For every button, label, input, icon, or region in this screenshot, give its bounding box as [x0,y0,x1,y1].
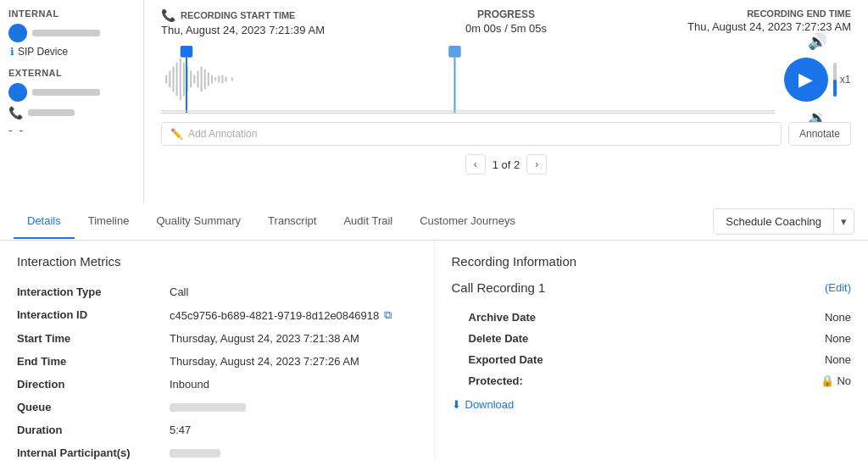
external-avatar-1: 👤 [8,83,27,102]
table-row: Duration 5:47 [17,418,417,441]
metric-key-duration: Duration [17,424,170,436]
svg-rect-1 [169,70,170,87]
external-label: EXTERNAL [8,68,135,78]
external-section: EXTERNAL 👤 📞 - - [8,68,135,137]
table-row: Direction Inbound [17,373,417,396]
metric-val-start: Thursday, August 24, 2023 7:21:38 AM [170,332,359,345]
metric-val-duration: 5:47 [170,424,191,436]
schedule-coaching-dropdown[interactable]: ▾ [833,209,854,234]
rec-title: Call Recording 1 [452,280,546,295]
svg-rect-15 [218,75,220,82]
rec-end-label: RECORDING END TIME [747,8,851,19]
table-row: Queue [17,396,417,418]
player-controls: 🔊 ▶ x1 🔉 [783,32,851,127]
phone-icon: 📞 [161,8,175,22]
info-icon: ℹ [10,46,14,58]
svg-rect-21 [448,46,460,58]
svg-rect-8 [193,75,195,83]
tab-details[interactable]: Details [14,204,75,239]
external-name-bar-2 [28,109,75,116]
tab-audit-trail[interactable]: Audit Trail [330,204,406,239]
metric-val-end: Thursday, August 24, 2023 7:27:26 AM [170,355,359,368]
table-row: End Time Thursday, August 24, 2023 7:27:… [17,350,417,373]
rec-archive-row: Archive Date None [452,307,852,328]
external-participant-1: 👤 [8,83,135,102]
tab-timeline[interactable]: Timeline [75,204,143,239]
phone-ext-icon: 📞 [8,106,23,119]
metric-key-direction: Direction [17,378,170,391]
annotation-input[interactable]: ✏️ Add Annotation [161,122,782,146]
prev-page-button[interactable]: ‹ [465,154,486,175]
queue-bar [170,403,246,412]
main-player: 📞 RECORDING START TIME Thu, August 24, 2… [144,0,868,203]
internal-participant: 👤 [8,24,135,42]
metric-val-direction: Inbound [170,378,209,391]
internal-label: INTERNAL [8,8,135,19]
progress-label: PROGRESS [477,8,535,20]
svg-rect-3 [176,62,178,96]
metric-key-start: Start Time [17,332,170,345]
svg-rect-12 [208,72,209,86]
speed-slider[interactable] [833,63,837,97]
rec-start-time: Thu, August 24, 2023 7:21:39 AM [161,24,325,36]
tabs-bar: Details Timeline Quality Summary Transcr… [0,203,868,241]
svg-rect-14 [214,77,216,80]
rec-archive-key: Archive Date [452,311,536,324]
speed-label: x1 [840,74,851,86]
svg-rect-19 [181,46,192,58]
left-panel: INTERNAL 👤 ℹ SIP Device EXTERNAL 👤 📞 [0,0,144,203]
rec-archive-val: None [825,311,851,324]
rec-info-header: Call Recording 1 (Edit) [452,280,852,295]
svg-rect-9 [197,70,198,87]
svg-rect-7 [190,70,192,87]
copy-icon[interactable]: ⧉ [384,308,392,322]
rec-delete-key: Delete Date [452,332,529,345]
svg-rect-17 [225,76,227,81]
metrics-table: Interaction Type Call Interaction ID c45… [17,280,417,460]
tab-quality-summary[interactable]: Quality Summary [142,204,254,239]
schedule-coaching-button[interactable]: Schedule Coaching [714,209,833,234]
volume-up-icon[interactable]: 🔊 [808,32,826,51]
rec-delete-val: None [825,332,851,345]
annotate-button[interactable]: Annotate [788,122,851,146]
next-page-button[interactable]: › [526,154,547,175]
svg-rect-13 [211,75,213,83]
person-icon: 👤 [12,28,24,39]
recording-info-title: Recording Information [452,254,852,269]
svg-rect-5 [183,62,185,96]
play-button[interactable]: ▶ [784,58,828,102]
schedule-coaching-wrap: Schedule Coaching ▾ [713,208,854,235]
metric-key-type: Interaction Type [17,285,170,298]
rec-delete-row: Delete Date None [452,328,852,349]
sip-device-label: SIP Device [18,46,68,58]
pagination-row: ‹ 1 of 2 › [161,154,851,175]
rec-start-label: 📞 RECORDING START TIME [161,8,325,22]
svg-rect-10 [201,66,203,91]
metric-val-type: Call [170,285,188,298]
progress-col: PROGRESS 0m 00s / 5m 05s [465,8,547,36]
pencil-icon: ✏️ [170,128,183,140]
internal-name-bar [32,30,100,36]
player-header: 📞 RECORDING START TIME Thu, August 24, 2… [161,8,851,36]
tab-transcript[interactable]: Transcript [254,204,330,239]
metric-val-queue [170,401,246,413]
internal-avatar: 👤 [8,24,27,42]
rec-exported-row: Exported Date None [452,349,852,370]
svg-rect-0 [165,75,167,83]
table-row: Start Time Thursday, August 24, 2023 7:2… [17,327,417,350]
annotation-placeholder: Add Annotation [188,128,257,140]
sip-device-row: ℹ SIP Device [10,46,135,58]
edit-link[interactable]: (Edit) [825,281,851,294]
rec-start-col: 📞 RECORDING START TIME Thu, August 24, 2… [161,8,325,36]
table-row: Interaction Type Call [17,280,417,303]
table-row: Interaction ID c45c9756-b689-4821-9719-8… [17,303,417,327]
metrics-section: Interaction Metrics Interaction Type Cal… [0,241,435,460]
rec-protected-val: 🔒 No [821,374,851,387]
svg-rect-16 [221,75,223,83]
waveform-container[interactable] [161,46,775,114]
external-participant-2: 📞 [8,106,135,119]
download-link[interactable]: ⬇ Download [452,398,852,411]
external-dots: - - [8,124,135,137]
tab-customer-journeys[interactable]: Customer Journeys [406,204,529,239]
svg-rect-11 [204,69,206,89]
